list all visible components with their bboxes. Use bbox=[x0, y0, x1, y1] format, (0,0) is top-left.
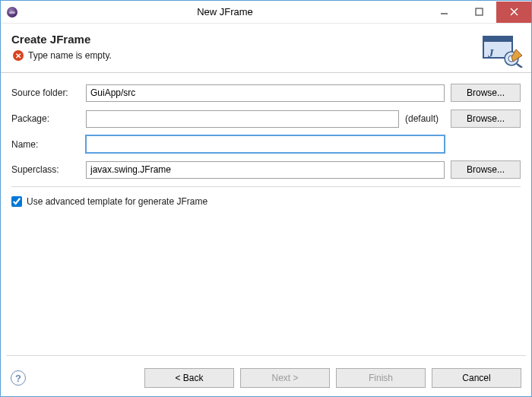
package-row: Package: (default) Browse... bbox=[11, 110, 521, 128]
form: Source folder: Browse... Package: (defau… bbox=[1, 73, 531, 218]
source-folder-browse-button[interactable]: Browse... bbox=[451, 84, 521, 102]
page-title: Create JFrame bbox=[11, 33, 483, 46]
package-label: Package: bbox=[11, 113, 86, 124]
divider bbox=[11, 186, 521, 187]
window-controls bbox=[426, 2, 531, 23]
titlebar: New JFrame bbox=[1, 1, 531, 24]
cancel-button[interactable]: Cancel bbox=[432, 368, 521, 388]
close-button[interactable] bbox=[496, 2, 531, 23]
eclipse-icon bbox=[7, 7, 17, 17]
source-folder-label: Source folder: bbox=[11, 87, 86, 98]
back-button[interactable]: < Back bbox=[144, 368, 234, 388]
advanced-template-label: Use advanced template for generate JFram… bbox=[27, 196, 207, 207]
advanced-template-row[interactable]: Use advanced template for generate JFram… bbox=[11, 196, 521, 207]
error-icon: ✕ bbox=[13, 50, 24, 61]
error-message: Type name is empty. bbox=[28, 50, 112, 61]
next-button[interactable]: Next > bbox=[240, 368, 330, 388]
package-input[interactable] bbox=[86, 110, 399, 128]
wizard-banner-icon: J bbox=[483, 34, 519, 65]
svg-line-6 bbox=[517, 64, 522, 68]
name-row: Name: bbox=[11, 135, 521, 153]
advanced-template-checkbox[interactable] bbox=[11, 196, 22, 207]
superclass-row: Superclass: Browse... bbox=[11, 160, 521, 179]
source-folder-input[interactable] bbox=[86, 84, 445, 102]
maximize-button[interactable] bbox=[461, 2, 496, 23]
package-browse-button[interactable]: Browse... bbox=[451, 110, 521, 128]
finish-button[interactable]: Finish bbox=[336, 368, 426, 388]
superclass-input[interactable] bbox=[86, 161, 445, 179]
footer: ? < Back Next > Finish Cancel bbox=[0, 359, 532, 397]
error-row: ✕ Type name is empty. bbox=[11, 50, 483, 61]
name-label: Name: bbox=[11, 139, 86, 150]
name-input[interactable] bbox=[86, 135, 445, 153]
package-default-label: (default) bbox=[399, 113, 445, 124]
window-title: New JFrame bbox=[24, 6, 426, 17]
help-icon[interactable]: ? bbox=[11, 370, 26, 386]
source-folder-row: Source folder: Browse... bbox=[11, 84, 521, 102]
superclass-browse-button[interactable]: Browse... bbox=[451, 160, 521, 179]
superclass-label: Superclass: bbox=[11, 164, 86, 175]
app-icon bbox=[1, 7, 24, 17]
wizard-header: Create JFrame ✕ Type name is empty. J bbox=[1, 24, 531, 73]
minimize-button[interactable] bbox=[426, 2, 461, 23]
svg-rect-1 bbox=[476, 8, 483, 15]
footer-divider bbox=[6, 355, 526, 356]
